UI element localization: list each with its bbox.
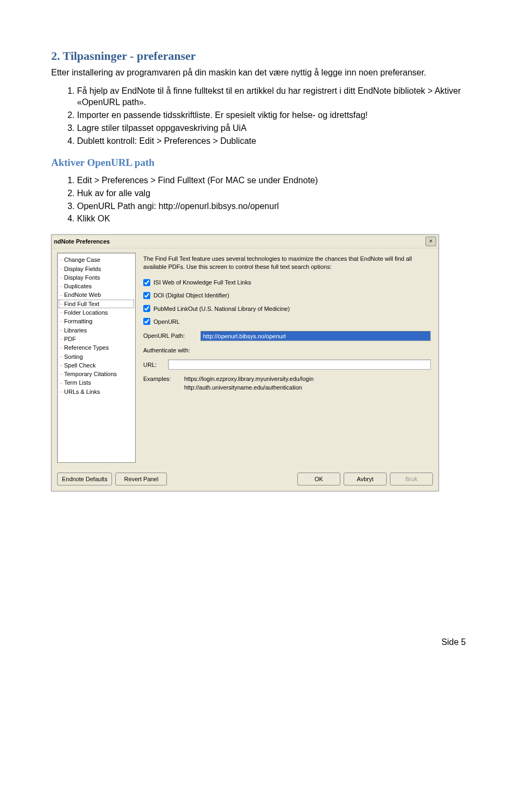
checkbox-openurl-label: OpenURL — [153, 318, 180, 325]
cancel-button[interactable]: Avbryt — [344, 473, 387, 485]
openurl-path-input[interactable] — [200, 331, 431, 341]
revert-panel-button[interactable]: Revert Panel — [115, 473, 167, 485]
checkbox-isi[interactable]: ISI Web of Knowledge Full Text Links — [143, 279, 431, 286]
checkbox-pubmed-label: PubMed LinkOut (U.S. National Library of… — [153, 305, 290, 313]
tree-item-display-fields[interactable]: Display Fields — [59, 265, 134, 273]
openurl-path-label: OpenURL Path: — [143, 332, 197, 339]
checkbox-isi-input[interactable] — [143, 279, 150, 286]
close-icon[interactable]: × — [425, 237, 436, 246]
url-input[interactable] — [168, 359, 431, 370]
list-item: Lagre stiler tilpasset oppgaveskriving p… — [77, 123, 466, 134]
checkbox-pubmed[interactable]: PubMed LinkOut (U.S. National Library of… — [143, 305, 431, 313]
intro-text: Etter installering av programvaren på di… — [51, 67, 466, 79]
tree-item-spell-check[interactable]: Spell Check — [59, 361, 134, 370]
tree-item-endnote-web[interactable]: EndNote Web — [59, 290, 134, 299]
panel-description: The Find Full Text feature uses several … — [143, 255, 431, 271]
dialog-footer: Endnote Defaults Revert Panel OK Avbryt … — [52, 468, 438, 491]
url-label: URL: — [143, 361, 165, 369]
tree-item-libraries[interactable]: Libraries — [59, 326, 134, 335]
preferences-list: Få hjelp av EndNote til å finne fullteks… — [51, 86, 466, 147]
endnote-defaults-button[interactable]: Endnote Defaults — [57, 473, 112, 485]
tree-item-folder-locations[interactable]: Folder Locations — [59, 308, 134, 317]
tree-item-formatting[interactable]: Formatting — [59, 317, 134, 325]
list-item: Edit > Preferences > Find Fulltext (For … — [77, 175, 466, 186]
tree-item-find-full-text[interactable]: Find Full Text — [59, 300, 134, 308]
page-number: Side 5 — [51, 637, 466, 648]
ok-button[interactable]: OK — [297, 473, 340, 485]
subheading: Aktiver OpenURL path — [51, 156, 466, 170]
list-item: Få hjelp av EndNote til å finne fullteks… — [77, 86, 466, 108]
tree-item-pdf[interactable]: PDF — [59, 335, 134, 343]
tree-item-change-case[interactable]: Change Case — [59, 255, 134, 264]
preferences-dialog: ndNote Preferences × Change Case Display… — [51, 234, 439, 491]
list-item: Huk av for alle valg — [77, 188, 466, 199]
dialog-titlebar: ndNote Preferences × — [52, 235, 438, 248]
checkbox-doi-label: DOI (Digital Object Identifier) — [153, 292, 229, 299]
checkbox-openurl[interactable]: OpenURL — [143, 318, 431, 325]
examples-text: https://login.ezproxy.library.myuniversi… — [184, 375, 313, 392]
tree-item-reference-types[interactable]: Reference Types — [59, 343, 134, 352]
authenticate-label: Authenticate with: — [143, 346, 431, 354]
dialog-title: ndNote Preferences — [54, 238, 110, 245]
checkbox-openurl-input[interactable] — [143, 318, 150, 325]
preferences-tree[interactable]: Change Case Display Fields Display Fonts… — [57, 253, 136, 463]
checkbox-isi-label: ISI Web of Knowledge Full Text Links — [153, 279, 251, 286]
openurl-steps-list: Edit > Preferences > Find Fulltext (For … — [51, 175, 466, 225]
list-item: Klikk OK — [77, 213, 466, 225]
list-item: Importer en passende tidsskriftliste. Er… — [77, 110, 466, 121]
section-title: 2. Tilpasninger - preferanser — [51, 48, 466, 64]
checkbox-pubmed-input[interactable] — [143, 305, 150, 312]
tree-item-temporary-citations[interactable]: Temporary Citations — [59, 370, 134, 378]
examples-label: Examples: — [143, 375, 181, 392]
tree-item-duplicates[interactable]: Duplicates — [59, 282, 134, 290]
find-full-text-panel: The Find Full Text feature uses several … — [141, 253, 433, 463]
tree-item-urls-links[interactable]: URLs & Links — [59, 387, 134, 396]
apply-button[interactable]: Bruk — [390, 473, 433, 485]
tree-item-term-lists[interactable]: Term Lists — [59, 378, 134, 387]
checkbox-doi-input[interactable] — [143, 292, 150, 299]
list-item: Dublett kontroll: Edit > Preferences > D… — [77, 136, 466, 147]
tree-item-display-fonts[interactable]: Display Fonts — [59, 273, 134, 282]
list-item: OpenURL Path angi: http://openurl.bibsys… — [77, 201, 466, 212]
checkbox-doi[interactable]: DOI (Digital Object Identifier) — [143, 292, 431, 299]
preferences-dialog-screenshot: ndNote Preferences × Change Case Display… — [51, 234, 466, 491]
tree-item-sorting[interactable]: Sorting — [59, 352, 134, 361]
